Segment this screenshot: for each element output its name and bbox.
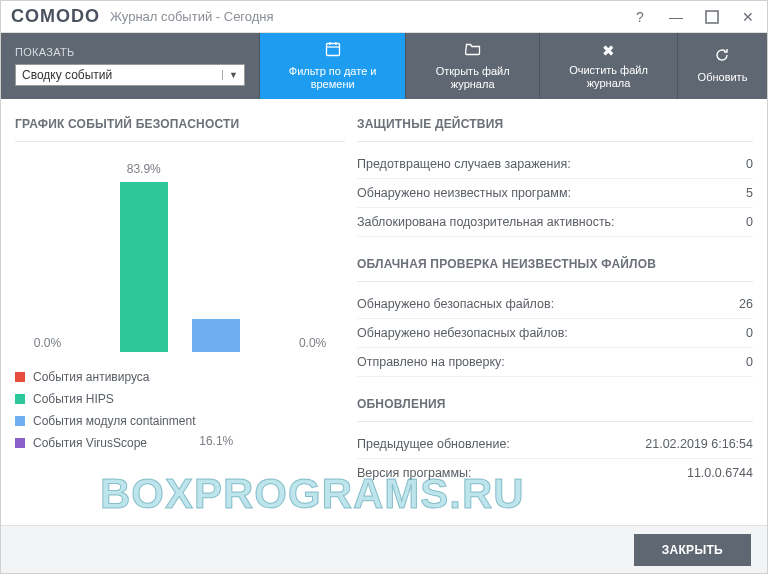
table-row: Предотвращено случаев заражения:0 [357, 150, 753, 179]
legend-hips: События HIPS [15, 392, 345, 406]
view-select-value: Сводку событий [22, 68, 112, 82]
row-value: 0 [746, 355, 753, 369]
calendar-icon [325, 41, 341, 61]
help-icon[interactable]: ? [631, 8, 649, 26]
info-panel: ЗАЩИТНЫЕ ДЕЙСТВИЯ Предотвращено случаев … [357, 111, 753, 517]
minimize-icon[interactable]: — [667, 8, 685, 26]
svg-rect-0 [706, 11, 718, 23]
legend-vs: События VirusScope [15, 436, 345, 450]
swatch-containment [15, 416, 25, 426]
legend-containment: События модуля containment [15, 414, 345, 428]
legend-av: События антивируса [15, 370, 345, 384]
row-value: 11.0.0.6744 [687, 466, 753, 480]
chart-legend: События антивируса События HIPS События … [15, 370, 345, 450]
table-row: Обнаружено безопасных файлов:26 [357, 290, 753, 319]
open-log-button[interactable]: Открыть файл журнала [405, 33, 539, 99]
filter-date-label: Фильтр по дате и времени [272, 65, 393, 91]
chart-area: 0.0% 83.9% 16.1% 0.0% [15, 150, 345, 360]
row-label: Заблокирована подозрительная активность: [357, 215, 615, 229]
bar-hips: 83.9% [116, 182, 171, 352]
window-title: Журнал событий - Сегодня [110, 9, 274, 24]
filter-date-button[interactable]: Фильтр по дате и времени [259, 33, 405, 99]
close-icon[interactable]: ✕ [739, 8, 757, 26]
bar-containment-label: 16.1% [199, 434, 233, 448]
folder-icon [465, 41, 481, 61]
table-row: Версия программы:11.0.0.6744 [357, 459, 753, 487]
legend-vs-label: События VirusScope [33, 436, 147, 450]
close-button[interactable]: ЗАКРЫТЬ [634, 534, 751, 566]
bar-vs-label: 0.0% [299, 336, 326, 350]
table-row: Предыдущее обновление:21.02.2019 6:16:54 [357, 430, 753, 459]
bar-containment: 16.1% [189, 319, 244, 352]
footer: ЗАКРЫТЬ [1, 525, 767, 573]
open-log-label: Открыть файл журнала [418, 65, 527, 91]
row-value: 0 [746, 215, 753, 229]
refresh-label: Обновить [698, 71, 748, 84]
row-value: 0 [746, 157, 753, 171]
titlebar: COMODO Журнал событий - Сегодня ? — ✕ [1, 1, 767, 33]
row-label: Обнаружено небезопасных файлов: [357, 326, 568, 340]
row-label: Версия программы: [357, 466, 472, 480]
maximize-icon[interactable] [703, 8, 721, 26]
table-row: Заблокирована подозрительная активность:… [357, 208, 753, 237]
legend-hips-label: События HIPS [33, 392, 114, 406]
table-row: Отправлено на проверку:0 [357, 348, 753, 377]
toolbar: ПОКАЗАТЬ Сводку событий ▼ Фильтр по дате… [1, 33, 767, 99]
row-label: Предыдущее обновление: [357, 437, 510, 451]
updates-title: ОБНОВЛЕНИЯ [357, 391, 753, 422]
svg-rect-1 [326, 43, 339, 55]
table-row: Обнаружено небезопасных файлов:0 [357, 319, 753, 348]
clear-icon: ✖ [602, 42, 615, 60]
app-window: COMODO Журнал событий - Сегодня ? — ✕ ПО… [0, 0, 768, 574]
row-value: 5 [746, 186, 753, 200]
refresh-button[interactable]: Обновить [677, 33, 767, 99]
view-select[interactable]: Сводку событий ▼ [15, 64, 245, 86]
row-value: 21.02.2019 6:16:54 [645, 437, 753, 451]
legend-containment-label: События модуля containment [33, 414, 195, 428]
bar-containment-rect [192, 319, 240, 352]
swatch-av [15, 372, 25, 382]
bar-hips-rect [120, 182, 168, 352]
table-row: Обнаружено неизвестных программ:5 [357, 179, 753, 208]
bar-av-label: 0.0% [34, 336, 61, 350]
toolbar-show-section: ПОКАЗАТЬ Сводку событий ▼ [1, 33, 259, 99]
clear-log-label: Очистить файл журнала [552, 64, 665, 90]
swatch-hips [15, 394, 25, 404]
chart-panel: ГРАФИК СОБЫТИЙ БЕЗОПАСНОСТИ 0.0% 83.9% 1… [15, 111, 345, 517]
logo: COMODO [11, 6, 100, 27]
row-value: 26 [739, 297, 753, 311]
row-label: Обнаружено неизвестных программ: [357, 186, 571, 200]
show-label: ПОКАЗАТЬ [15, 46, 245, 58]
clear-log-button[interactable]: ✖ Очистить файл журнала [539, 33, 677, 99]
chevron-down-icon: ▼ [222, 70, 238, 80]
content-area: ГРАФИК СОБЫТИЙ БЕЗОПАСНОСТИ 0.0% 83.9% 1… [1, 99, 767, 525]
cloud-title: ОБЛАЧНАЯ ПРОВЕРКА НЕИЗВЕСТНЫХ ФАЙЛОВ [357, 251, 753, 282]
bar-hips-label: 83.9% [127, 162, 161, 176]
window-controls: ? — ✕ [631, 8, 757, 26]
defense-title: ЗАЩИТНЫЕ ДЕЙСТВИЯ [357, 111, 753, 142]
row-label: Отправлено на проверку: [357, 355, 505, 369]
swatch-vs [15, 438, 25, 448]
row-value: 0 [746, 326, 753, 340]
row-label: Обнаружено безопасных файлов: [357, 297, 554, 311]
chart-title: ГРАФИК СОБЫТИЙ БЕЗОПАСНОСТИ [15, 111, 345, 142]
row-label: Предотвращено случаев заражения: [357, 157, 571, 171]
refresh-icon [714, 47, 730, 67]
legend-av-label: События антивируса [33, 370, 150, 384]
